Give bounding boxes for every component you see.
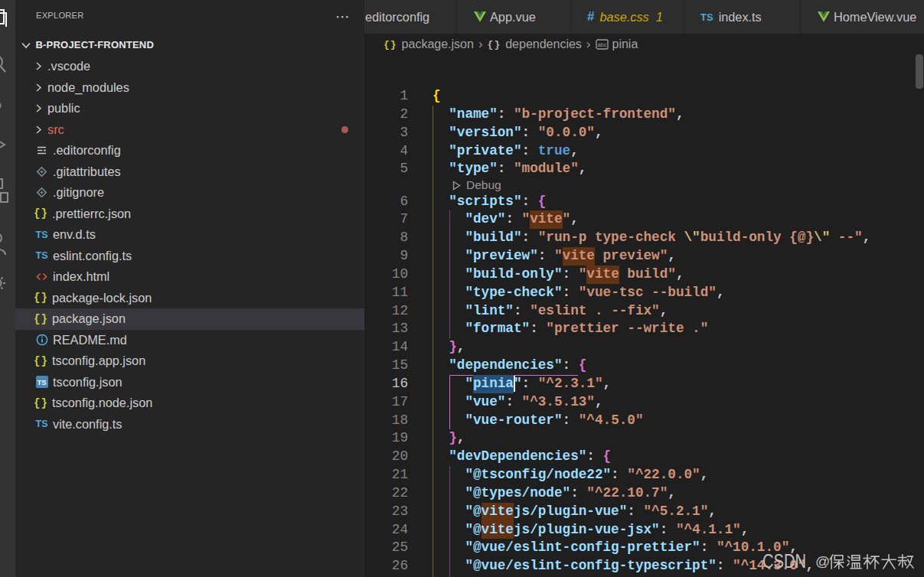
svg-text:abc: abc (597, 41, 606, 48)
